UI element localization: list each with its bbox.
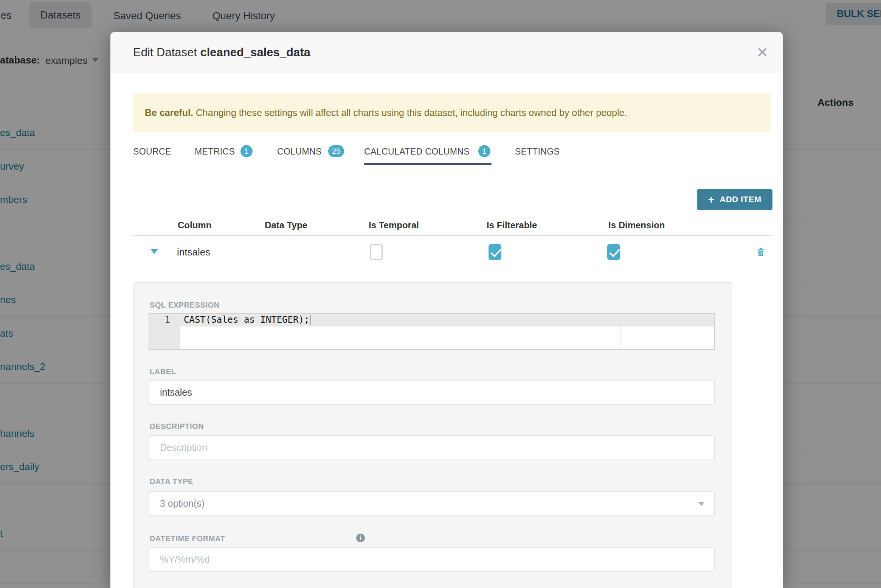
tab-metrics[interactable]: METRICS — [195, 147, 235, 157]
sql-editor[interactable]: 1 CAST(Sales as INTEGER); — [149, 313, 715, 350]
expand-row-caret-icon[interactable] — [150, 249, 158, 254]
label-input[interactable] — [149, 380, 715, 405]
data-type-select[interactable]: 3 option(s) — [149, 491, 715, 516]
column-name: intsales — [177, 246, 210, 258]
tab-calculated-columns-badge: 1 — [478, 145, 490, 157]
sql-code-text: CAST(Sales as INTEGER); — [184, 314, 309, 325]
description-input[interactable] — [149, 435, 715, 460]
add-item-label: ADD ITEM — [720, 195, 761, 204]
delete-icon[interactable] — [755, 247, 766, 257]
edit-dataset-modal: Edit Dataset cleaned_sales_data ✕ Be car… — [110, 32, 783, 588]
datetime-format-input[interactable] — [149, 547, 715, 572]
col-header-data-type: Data Type — [265, 220, 307, 231]
tab-source[interactable]: SOURCE — [133, 147, 171, 157]
tab-columns[interactable]: COLUMNS — [277, 147, 322, 157]
data-type-field-label: DATA TYPE — [150, 477, 193, 486]
datetime-format-field-label: DATETIME FORMAT — [150, 534, 225, 543]
print-margin-line — [620, 314, 620, 349]
close-icon[interactable]: ✕ — [756, 44, 768, 61]
chevron-down-icon — [698, 502, 704, 506]
calculated-column-editor-panel: SQL EXPRESSION 1 CAST(Sales as INTEGER);… — [133, 282, 732, 588]
warning-banner-bold: Be careful. — [145, 107, 193, 118]
modal-title-prefix: Edit Dataset — [133, 46, 200, 59]
info-icon[interactable]: i — [356, 534, 365, 542]
warning-banner: Be careful. Changing these settings will… — [133, 93, 771, 132]
label-field-label: LABEL — [150, 367, 176, 376]
tab-settings[interactable]: SETTINGS — [515, 147, 560, 157]
col-header-is-temporal: Is Temporal — [369, 220, 419, 231]
col-header-is-dimension: Is Dimension — [608, 220, 665, 231]
is-filterable-checkbox[interactable] — [489, 244, 501, 260]
modal-header: Edit Dataset cleaned_sales_data ✕ — [110, 32, 783, 73]
modal-title-dataset-name: cleaned_sales_data — [200, 46, 310, 59]
text-cursor — [310, 315, 310, 325]
table-header-divider — [133, 235, 771, 236]
tab-columns-badge: 25 — [328, 145, 344, 157]
editor-line-number: 1 — [149, 314, 170, 325]
description-field-label: DESCRIPTION — [150, 422, 204, 431]
tab-calculated-columns[interactable]: CALCULATED COLUMNS — [364, 147, 470, 157]
data-type-value: 3 option(s) — [160, 498, 205, 509]
sql-code: CAST(Sales as INTEGER); — [184, 314, 310, 325]
col-header-column: Column — [178, 220, 211, 231]
modal-title: Edit Dataset cleaned_sales_data — [133, 32, 310, 73]
is-dimension-checkbox[interactable] — [607, 244, 620, 260]
warning-banner-text: Changing these settings will affect all … — [193, 107, 627, 118]
tab-metrics-badge: 1 — [240, 145, 253, 157]
active-tab-underline — [364, 163, 492, 165]
sql-expression-label: SQL EXPRESSION — [150, 301, 220, 309]
plus-icon: + — [708, 194, 715, 205]
col-header-is-filterable: Is Filterable — [487, 220, 537, 231]
add-item-button[interactable]: + ADD ITEM — [697, 189, 772, 210]
is-temporal-checkbox[interactable] — [370, 244, 383, 260]
